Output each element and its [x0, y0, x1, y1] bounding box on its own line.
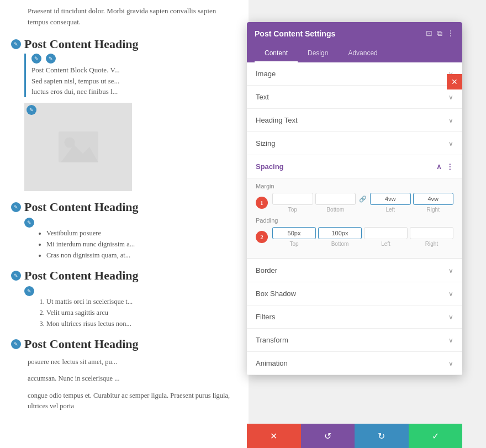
minimize-icon[interactable]: ⊡	[426, 29, 432, 38]
margin-right-label: Right	[427, 207, 440, 213]
accordion-image-header[interactable]: Image ∨	[247, 62, 462, 85]
margin-top-field: Top	[272, 193, 313, 213]
padding-right-input[interactable]	[410, 227, 453, 239]
margin-left-input[interactable]	[370, 193, 411, 205]
margin-bottom-input[interactable]	[315, 193, 356, 205]
padding-bottom-input[interactable]	[318, 227, 362, 239]
bullet-list: Vestibulum posuere Mi interdum nunc dign…	[46, 228, 237, 261]
bullet-item-2: Mi interdum nunc dignissim a...	[46, 239, 237, 250]
close-button[interactable]: ✕	[447, 74, 462, 89]
chevron-transform-icon: ∨	[448, 336, 453, 344]
more-icon[interactable]: ⋮	[447, 29, 455, 38]
accordion-heading-text-header[interactable]: Heading Text ∨	[247, 109, 462, 131]
accordion-sizing: Sizing ∨	[247, 132, 462, 155]
edit-icon-3[interactable]	[11, 271, 21, 281]
accordion-border: Border ∨	[247, 259, 462, 282]
padding-bottom-label: Bottom	[331, 241, 349, 247]
padding-top-input[interactable]	[272, 227, 316, 239]
intro-text: Praesent id tincidunt dolor. Morbi gravi…	[11, 0, 237, 33]
cancel-icon: ✕	[270, 431, 277, 441]
accordion-text: Text ∨	[247, 86, 462, 109]
bottom-toolbar: ✕ ↺ ↻ ✓	[247, 424, 462, 448]
padding-left-input[interactable]	[364, 227, 408, 239]
heading-row-3: Post Content Heading	[11, 264, 237, 285]
padding-top-label: Top	[289, 241, 298, 247]
edit-icon-4[interactable]	[11, 339, 21, 349]
accordion-spacing: Spacing ∧ ⋮ Margin 1 Top	[247, 155, 462, 259]
margin-top-input[interactable]	[272, 193, 313, 205]
content-area: Praesent id tincidunt dolor. Morbi gravi…	[0, 0, 249, 448]
post-heading-1: Post Content Heading	[24, 37, 139, 51]
accordion-border-label: Border	[256, 266, 277, 275]
padding-badge: 2	[256, 231, 268, 243]
accordion-transform-label: Transform	[256, 336, 288, 344]
edit-icon-bq1[interactable]	[31, 54, 41, 64]
margin-inputs: Top Bottom 🔗 Left	[272, 193, 453, 213]
accordion-box-shadow-header[interactable]: Box Shadow ∨	[247, 282, 462, 305]
edit-icon-bq2[interactable]	[46, 54, 56, 64]
panel-tabs: Content Design Advanced	[247, 45, 462, 62]
accordion-text-header[interactable]: Text ∨	[247, 86, 462, 108]
blockquote-text-2: Sed sapien nisl, tempus ut se...	[31, 76, 237, 87]
accordion-transform-header[interactable]: Transform ∨	[247, 329, 462, 351]
edit-icon-nums[interactable]	[24, 286, 34, 296]
accordion-sizing-label: Sizing	[256, 139, 275, 147]
margin-right-input[interactable]	[413, 193, 454, 205]
accordion-transform: Transform ∨	[247, 329, 462, 352]
padding-row: 2 Top Bottom	[256, 227, 453, 247]
panel-header-icons: ⊡ ⧉ ⋮	[426, 29, 455, 38]
bullet-item-1: Vestibulum posuere	[46, 228, 237, 239]
edit-icon-img[interactable]	[27, 105, 36, 115]
numbered-section: Ut mattis orci in scelerisque t... Velit…	[24, 285, 237, 329]
margin-bottom-field: Bottom	[315, 193, 356, 213]
num-item-1: Ut mattis orci in scelerisque t...	[46, 296, 237, 307]
margin-badge: 1	[256, 197, 268, 209]
margin-top-label: Top	[288, 207, 297, 213]
spacing-header[interactable]: Spacing ∧ ⋮	[247, 155, 462, 178]
accordion-image: Image ∨	[247, 62, 462, 86]
bottom-text-1: posuere nec lectus sit amet, pu...	[11, 354, 237, 371]
redo-icon: ↻	[378, 431, 385, 441]
accordion-heading-text-label: Heading Text	[256, 116, 298, 124]
accordion-animation: Animation ∨	[247, 352, 462, 375]
chevron-filters-icon: ∨	[448, 313, 453, 321]
heading-row-1: Post Content Heading	[11, 33, 237, 54]
bullet-item-3: Cras non dignissim quam, at...	[46, 250, 237, 261]
accordion-heading-text: Heading Text ∨	[247, 109, 462, 132]
margin-row: 1 Top Bottom 🔗	[256, 193, 453, 213]
accordion-filters-header[interactable]: Filters ∨	[247, 305, 462, 328]
tab-content[interactable]: Content	[255, 45, 298, 62]
redo-button[interactable]: ↻	[355, 424, 409, 448]
accordion-border-header[interactable]: Border ∨	[247, 259, 462, 282]
panel-title: Post Content Settings	[255, 29, 335, 38]
padding-left-field: Left	[364, 227, 408, 247]
edit-icon-2[interactable]	[11, 202, 21, 212]
accordion-sizing-header[interactable]: Sizing ∨	[247, 132, 462, 155]
reset-button[interactable]: ↺	[301, 424, 355, 448]
expand-icon[interactable]: ⧉	[437, 29, 442, 38]
heading-row-4: Post Content Heading	[11, 333, 237, 354]
accordion-box-shadow-label: Box Shadow	[256, 289, 296, 298]
panel-header: Post Content Settings ⊡ ⧉ ⋮	[247, 22, 462, 45]
spacing-more-icon[interactable]: ⋮	[446, 162, 453, 171]
tab-advanced[interactable]: Advanced	[338, 45, 387, 62]
blockquote-text-3: luctus eros dui, nec finibus l...	[31, 86, 237, 97]
bottom-text-3: congue odio tempus et. Curabitur ac semp…	[11, 387, 237, 415]
padding-bottom-field: Bottom	[318, 227, 362, 247]
save-button[interactable]: ✓	[409, 424, 463, 448]
bullet-section: Vestibulum posuere Mi interdum nunc dign…	[24, 217, 237, 261]
spacing-header-right: ∧ ⋮	[436, 162, 453, 171]
edit-icon-1[interactable]	[11, 39, 21, 49]
cancel-button[interactable]: ✕	[247, 424, 301, 448]
accordion-animation-header[interactable]: Animation ∨	[247, 352, 462, 375]
numbered-list: Ut mattis orci in scelerisque t... Velit…	[46, 296, 237, 329]
edit-icon-bullets[interactable]	[24, 218, 34, 228]
margin-link-icon[interactable]: 🔗	[359, 193, 367, 203]
tab-design[interactable]: Design	[298, 45, 338, 62]
save-icon: ✓	[432, 431, 439, 441]
spacing-content: Margin 1 Top Bottom	[247, 178, 462, 259]
padding-left-label: Left	[381, 241, 390, 247]
margin-right-field: Right	[413, 193, 454, 213]
margin-bottom-label: Bottom	[326, 207, 344, 213]
num-item-3: Mon ultrices risus lectus non...	[46, 318, 237, 329]
